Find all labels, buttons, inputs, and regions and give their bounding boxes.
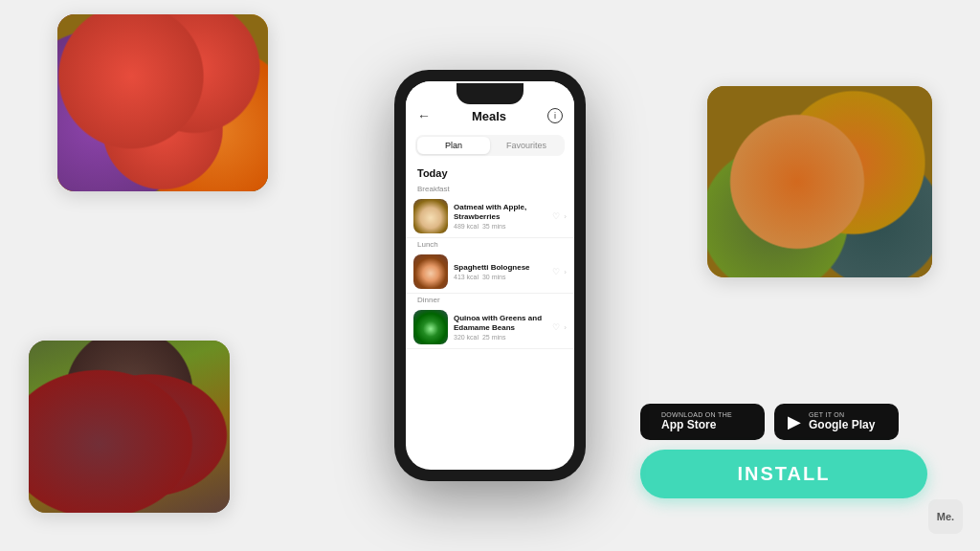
info-button[interactable]: i — [547, 108, 563, 123]
meal-info-breakfast: Oatmeal with Apple, Strawberries 489 kca… — [454, 203, 552, 230]
heart-icon-breakfast[interactable]: ♡ — [552, 211, 560, 221]
meal-image-oatmeal — [413, 199, 448, 233]
heart-icon-lunch[interactable]: ♡ — [552, 267, 560, 276]
meal-image-quinoa — [413, 310, 448, 344]
meal-image-spaghetti — [413, 254, 448, 289]
app-store-button[interactable]: Download on the App Store — [640, 404, 765, 440]
google-play-main: Google Play — [809, 418, 875, 431]
meal-meta-lunch: 413 kcal 30 mins — [454, 274, 552, 280]
screen-content: ← Meals i Plan Favourites Today Breakfas… — [406, 81, 574, 470]
category-dinner: Dinner — [406, 294, 574, 306]
phone-mockup: ← Meals i Plan Favourites Today Breakfas… — [394, 70, 586, 481]
google-play-sub: GET IT ON — [809, 411, 875, 418]
meal-item-lunch[interactable]: Spaghetti Bolognese 413 kcal 30 mins ♡ › — [406, 251, 574, 294]
meal-meta-breakfast: 489 kcal 35 mins — [454, 223, 552, 230]
google-play-text: GET IT ON Google Play — [809, 411, 875, 431]
category-lunch: Lunch — [406, 238, 574, 251]
app-store-main: App Store — [661, 418, 732, 431]
meal-name-dinner: Quinoa with Greens and Edamame Beans — [454, 314, 552, 332]
meal-name-breakfast: Oatmeal with Apple, Strawberries — [454, 203, 552, 221]
screen-title: Meals — [472, 109, 506, 123]
cta-area: Download on the App Store ▶ GET IT ON Go… — [640, 404, 927, 498]
store-buttons: Download on the App Store ▶ GET IT ON Go… — [640, 404, 927, 440]
section-today: Today — [406, 164, 574, 183]
google-play-button[interactable]: ▶ GET IT ON Google Play — [774, 404, 899, 440]
me-logo: Me. — [928, 499, 963, 534]
food-image-top-left — [57, 14, 268, 191]
meal-actions-dinner: ♡ › — [552, 322, 567, 332]
food-image-bottom-left — [29, 341, 230, 513]
meal-item-dinner[interactable]: Quinoa with Greens and Edamame Beans 320… — [406, 306, 574, 349]
tab-plan[interactable]: Plan — [417, 137, 490, 154]
meal-name-lunch: Spaghetti Bolognese — [454, 263, 552, 273]
google-play-icon: ▶ — [788, 411, 801, 432]
app-store-sub: Download on the — [661, 411, 732, 418]
meal-actions-lunch: ♡ › — [552, 267, 567, 276]
tab-bar: Plan Favourites — [415, 135, 565, 156]
food-image-right — [707, 86, 932, 277]
chevron-icon-dinner[interactable]: › — [564, 323, 567, 332]
heart-icon-dinner[interactable]: ♡ — [552, 322, 560, 332]
meal-info-dinner: Quinoa with Greens and Edamame Beans 320… — [454, 314, 552, 341]
phone-screen: ← Meals i Plan Favourites Today Breakfas… — [406, 81, 574, 470]
meal-info-lunch: Spaghetti Bolognese 413 kcal 30 mins — [454, 263, 552, 281]
category-breakfast: Breakfast — [406, 183, 574, 195]
install-button[interactable]: INSTALL — [640, 450, 927, 498]
back-button[interactable]: ← — [417, 108, 431, 123]
chevron-icon-lunch[interactable]: › — [564, 268, 567, 276]
meal-item-breakfast[interactable]: Oatmeal with Apple, Strawberries 489 kca… — [406, 195, 574, 238]
chevron-icon-breakfast[interactable]: › — [564, 212, 567, 221]
meal-meta-dinner: 320 kcal 25 mins — [454, 334, 552, 341]
tab-favourites[interactable]: Favourites — [490, 137, 563, 154]
phone-notch — [457, 83, 523, 104]
meal-actions-breakfast: ♡ › — [552, 211, 567, 221]
app-store-text: Download on the App Store — [661, 411, 732, 431]
